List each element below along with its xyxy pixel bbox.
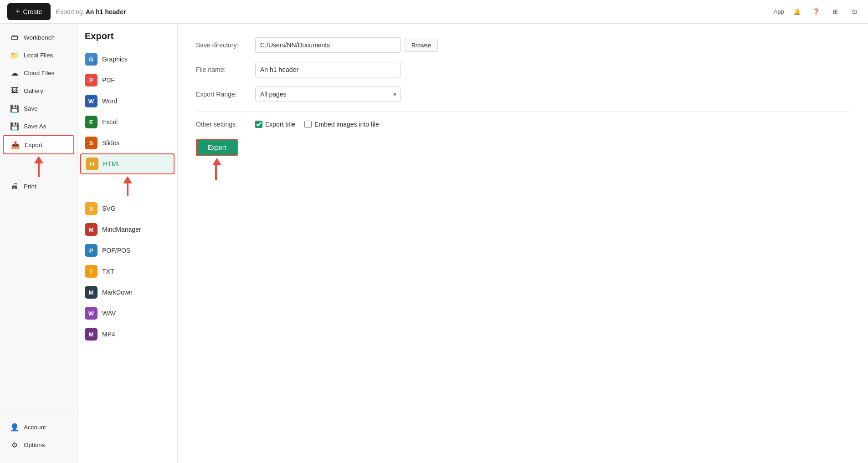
format-item-svg[interactable]: S SVG xyxy=(77,198,177,219)
format-label-graphics: Graphics xyxy=(102,56,128,63)
print-icon: 🖨 xyxy=(10,182,19,191)
format-item-markdown[interactable]: M MarkDown xyxy=(77,282,177,303)
save-directory-input[interactable] xyxy=(255,37,401,53)
format-item-wav[interactable]: W WAV xyxy=(77,303,177,324)
format-item-pdf[interactable]: P PDF xyxy=(77,70,177,91)
export-title-checkbox-item[interactable]: Export title xyxy=(255,121,295,128)
sidebar-label-print: Print xyxy=(24,183,36,190)
settings-divider xyxy=(196,111,850,112)
format-item-mp4[interactable]: M MP4 xyxy=(77,324,177,345)
save-directory-label: Save directory: xyxy=(196,41,255,49)
sidebar-item-cloud-files[interactable]: ☁ Cloud Files xyxy=(3,64,74,81)
markdown-icon: M xyxy=(85,286,98,299)
document-name: An h1 header xyxy=(86,8,126,15)
sidebar-label-gallery: Gallery xyxy=(24,87,43,94)
format-item-slides[interactable]: S Slides xyxy=(77,132,177,153)
format-label-markdown: MarkDown xyxy=(102,289,133,296)
breadcrumb: Exporting An h1 header xyxy=(56,8,126,15)
export-button-area: Export xyxy=(196,139,850,180)
format-label-mp4: MP4 xyxy=(102,331,115,338)
export-button-arrow xyxy=(196,158,850,180)
format-panel-title: Export xyxy=(77,31,177,49)
save-as-icon: 💾 xyxy=(10,122,19,131)
format-item-excel[interactable]: E Excel xyxy=(77,112,177,132)
format-label-pdf: PDF xyxy=(102,76,115,84)
format-html-arrow xyxy=(77,176,177,196)
file-name-input[interactable] xyxy=(255,62,401,77)
excel-icon: E xyxy=(85,116,98,128)
export-title-checkbox[interactable] xyxy=(255,121,262,128)
export-button[interactable]: Export xyxy=(196,139,238,156)
save-icon: 💾 xyxy=(10,104,19,113)
export-range-select[interactable]: All pages Current page Selected pages xyxy=(255,86,401,102)
plus-icon: + xyxy=(15,7,21,16)
format-label-wav: WAV xyxy=(102,310,116,317)
sidebar-label-cloud-files: Cloud Files xyxy=(24,70,55,76)
sidebar-label-local-files: Local Files xyxy=(24,52,53,59)
sidebar-export-arrow xyxy=(0,156,77,177)
sidebar-item-save[interactable]: 💾 Save xyxy=(3,100,74,117)
html-icon: H xyxy=(86,158,98,170)
format-label-word: Word xyxy=(102,97,117,105)
sidebar-item-save-as[interactable]: 💾 Save As xyxy=(3,117,74,135)
embed-images-checkbox-item[interactable]: Embed images into file xyxy=(304,121,379,128)
file-name-label: File name: xyxy=(196,66,255,73)
save-directory-row: Save directory: Browse xyxy=(196,37,850,53)
wav-icon: W xyxy=(85,307,98,320)
pdf-icon: P xyxy=(85,74,98,86)
export-icon: 📤 xyxy=(11,140,20,149)
app-label[interactable]: App xyxy=(774,8,784,15)
format-label-pof: POF/POS xyxy=(102,247,130,254)
options-icon: ⚙ xyxy=(10,440,19,449)
slides-icon: S xyxy=(85,137,98,149)
create-label: Create xyxy=(23,8,42,15)
sidebar-nav: 🗃 Workbench 📁 Local Files ☁ Cloud Files … xyxy=(0,28,77,409)
format-label-txt: TXT xyxy=(102,268,114,275)
sidebar-item-print[interactable]: 🖨 Print xyxy=(3,178,74,195)
sidebar-item-gallery[interactable]: 🖼 Gallery xyxy=(3,82,74,99)
format-item-word[interactable]: W Word xyxy=(77,91,177,112)
window-icon[interactable]: ⊡ xyxy=(848,5,861,18)
svg-icon: S xyxy=(85,202,98,215)
export-range-row: Export Range: All pages Current page Sel… xyxy=(196,86,850,102)
format-item-html[interactable]: H HTML xyxy=(80,153,175,174)
help-icon[interactable]: ❓ xyxy=(810,5,822,18)
gallery-icon: 🖼 xyxy=(10,86,19,95)
workbench-icon: 🗃 xyxy=(10,33,19,42)
sidebar-label-workbench: Workbench xyxy=(24,34,55,41)
sidebar-item-local-files[interactable]: 📁 Local Files xyxy=(3,46,74,64)
account-icon: 👤 xyxy=(10,422,19,432)
word-icon: W xyxy=(85,95,98,107)
sidebar-label-options: Options xyxy=(24,442,45,448)
browse-button[interactable]: Browse xyxy=(405,39,438,52)
other-settings-label: Other settings xyxy=(196,121,255,128)
topbar: + Create Exporting An h1 header App 🔔 ❓ … xyxy=(0,0,868,24)
format-item-pof[interactable]: P POF/POS xyxy=(77,240,177,261)
sidebar-item-export[interactable]: 📤 Export xyxy=(3,135,74,154)
sidebar-item-options[interactable]: ⚙ Options xyxy=(3,436,74,453)
create-button[interactable]: + Create xyxy=(7,3,51,20)
format-label-excel: Excel xyxy=(102,118,118,126)
main-layout: 🗃 Workbench 📁 Local Files ☁ Cloud Files … xyxy=(0,24,868,463)
notification-icon[interactable]: 🔔 xyxy=(791,5,803,18)
sidebar-label-save-as: Save As xyxy=(24,123,46,130)
format-item-txt[interactable]: T TXT xyxy=(77,261,177,282)
format-item-graphics[interactable]: G Graphics xyxy=(77,49,177,70)
format-label-slides: Slides xyxy=(102,139,119,147)
topbar-right: App 🔔 ❓ ⊞ ⊡ xyxy=(774,5,861,18)
grid-icon[interactable]: ⊞ xyxy=(829,5,842,18)
sidebar-item-workbench[interactable]: 🗃 Workbench xyxy=(3,29,74,46)
format-label-html: HTML xyxy=(103,160,120,168)
graphics-icon: G xyxy=(85,53,98,66)
exporting-label: Exporting xyxy=(56,8,83,15)
format-item-mindmanager[interactable]: M MindManager xyxy=(77,219,177,240)
sidebar-item-account[interactable]: 👤 Account xyxy=(3,418,74,436)
export-range-label: Export Range: xyxy=(196,91,255,98)
checkbox-group: Export title Embed images into file xyxy=(255,121,379,128)
format-label-mindmanager: MindManager xyxy=(102,226,141,233)
mindmanager-icon: M xyxy=(85,223,98,236)
format-label-svg: SVG xyxy=(102,205,116,212)
embed-images-checkbox[interactable] xyxy=(304,121,312,128)
mp4-icon: M xyxy=(85,328,98,341)
settings-panel: Save directory: Browse File name: Export… xyxy=(178,24,868,463)
